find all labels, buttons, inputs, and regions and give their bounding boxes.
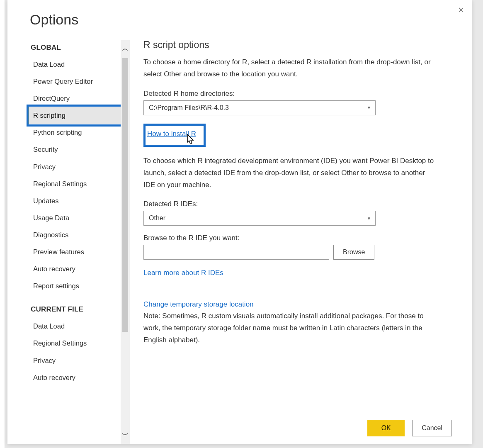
link-how-to-install-r[interactable]: How to install R xyxy=(147,130,196,138)
dialog-footer: OK Cancel xyxy=(367,420,452,436)
sidebar-item-cf-auto-recovery[interactable]: Auto recovery xyxy=(27,369,121,386)
content-row: GLOBAL Data Load Power Query Editor Dire… xyxy=(7,32,472,444)
sidebar-item-privacy[interactable]: Privacy xyxy=(27,158,121,175)
sidebar-wrap: GLOBAL Data Load Power Query Editor Dire… xyxy=(24,32,130,444)
r-ide-value: Other xyxy=(149,214,165,222)
sidebar-item-cf-data-load[interactable]: Data Load xyxy=(27,318,121,335)
r-home-value: C:\Program Files\R\R-4.0.3 xyxy=(149,104,229,112)
panel-description-ide: To choose which R integrated development… xyxy=(143,155,439,191)
r-home-label: Detected R home directories: xyxy=(143,90,439,98)
panel-title: R script options xyxy=(143,39,439,51)
sidebar-item-updates[interactable]: Updates xyxy=(27,192,121,209)
sidebar-item-r-scripting[interactable]: R scripting xyxy=(27,107,121,124)
background-edge xyxy=(0,0,5,448)
sidebar-group-header: CURRENT FILE xyxy=(27,302,121,318)
sidebar-item-regional-settings[interactable]: Regional Settings xyxy=(27,175,121,192)
sidebar-scrollbar[interactable]: ︿ ﹀ xyxy=(121,40,130,444)
sidebar-item-python-scripting[interactable]: Python scripting xyxy=(27,124,121,141)
panel-description: To choose a home directory for R, select… xyxy=(143,56,439,80)
dialog-title: Options xyxy=(7,0,472,32)
r-home-dropdown[interactable]: C:\Program Files\R\R-4.0.3 ▼ xyxy=(143,100,376,115)
sidebar-item-data-load[interactable]: Data Load xyxy=(27,56,121,73)
cancel-button[interactable]: Cancel xyxy=(412,420,452,436)
chevron-down-icon: ▼ xyxy=(367,216,371,221)
options-dialog: × Options GLOBAL Data Load Power Query E… xyxy=(7,0,472,444)
sidebar-item-diagnostics[interactable]: Diagnostics xyxy=(27,226,121,243)
close-icon[interactable]: × xyxy=(454,3,468,17)
browse-button[interactable]: Browse xyxy=(333,245,374,260)
sidebar-group-header: GLOBAL xyxy=(27,40,121,56)
sidebar-item-usage-data[interactable]: Usage Data xyxy=(27,209,121,226)
sidebar-item-directquery[interactable]: DirectQuery xyxy=(27,90,121,107)
r-ide-label: Detected R IDEs: xyxy=(143,200,439,208)
storage-note: Note: Sometimes, R custom visuals automa… xyxy=(143,310,439,346)
link-learn-r-ides[interactable]: Learn more about R IDEs xyxy=(143,269,223,277)
vertical-divider xyxy=(135,40,135,427)
browse-ide-input[interactable] xyxy=(143,245,329,260)
sidebar-item-security[interactable]: Security xyxy=(27,141,121,158)
sidebar-item-auto-recovery[interactable]: Auto recovery xyxy=(27,261,121,278)
sidebar-item-cf-regional-settings[interactable]: Regional Settings xyxy=(27,335,121,352)
ok-button[interactable]: OK xyxy=(367,420,405,436)
browse-ide-label: Browse to the R IDE you want: xyxy=(143,234,439,242)
r-ide-dropdown[interactable]: Other ▼ xyxy=(143,211,376,226)
chevron-up-icon[interactable]: ︿ xyxy=(122,40,129,57)
sidebar-item-power-query-editor[interactable]: Power Query Editor xyxy=(27,73,121,90)
sidebar-item-preview-features[interactable]: Preview features xyxy=(27,243,121,261)
sidebar-item-report-settings[interactable]: Report settings xyxy=(27,278,121,295)
link-how-to-install-r-box: How to install R xyxy=(143,124,206,147)
chevron-down-icon: ▼ xyxy=(367,105,371,110)
browse-row: Browse xyxy=(143,245,439,260)
sidebar: GLOBAL Data Load Power Query Editor Dire… xyxy=(24,40,121,444)
sidebar-item-cf-privacy[interactable]: Privacy xyxy=(27,352,121,369)
chevron-down-icon[interactable]: ﹀ xyxy=(122,427,129,444)
link-change-storage[interactable]: Change temporary storage location xyxy=(143,300,254,308)
scrollbar-thumb[interactable] xyxy=(122,58,128,332)
main-panel: R script options To choose a home direct… xyxy=(143,32,472,444)
